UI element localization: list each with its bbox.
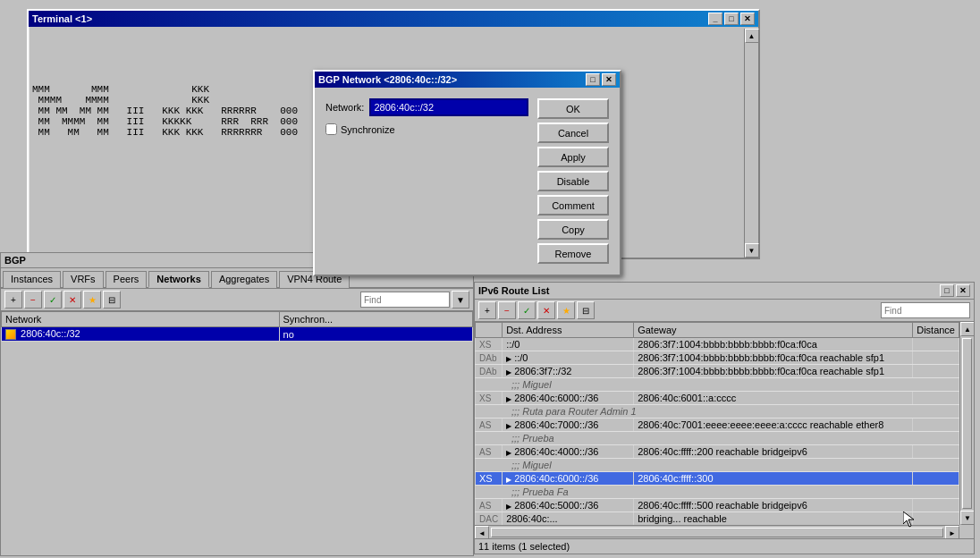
- distance-cell: [913, 418, 959, 432]
- tab-aggregates[interactable]: Aggregates: [211, 271, 277, 288]
- find-dropdown-button[interactable]: ▼: [452, 291, 469, 309]
- network-field-row: Network:: [325, 98, 528, 116]
- col-type[interactable]: [476, 323, 503, 338]
- horizontal-scrollbar[interactable]: ◄ ►: [475, 525, 959, 539]
- ipv6-table-row[interactable]: DAC2806:40c:...bridging... reachable: [476, 512, 959, 526]
- scroll-thumb[interactable]: [962, 338, 972, 509]
- terminal-close-button[interactable]: ✕: [740, 13, 755, 25]
- comment-cell: ;;; Prueba: [476, 432, 959, 445]
- network-input[interactable]: [369, 98, 528, 116]
- type-cell: AS: [476, 445, 503, 459]
- scroll-down-arrow[interactable]: ▼: [745, 243, 759, 258]
- tab-peers[interactable]: Peers: [106, 271, 148, 288]
- ipv6-check-button[interactable]: ✓: [518, 301, 536, 319]
- ipv6-table-row[interactable]: ;;; Ruta para Router Admin 1: [476, 405, 959, 418]
- vertical-scrollbar[interactable]: ▲ ▼: [959, 322, 974, 525]
- ipv6-maximize-button[interactable]: □: [940, 284, 954, 297]
- tab-networks[interactable]: Networks: [148, 271, 209, 288]
- ipv6-table-row[interactable]: DAb▶ 2806:3f7::/322806:3f7:1004:bbbb:bbb…: [476, 365, 959, 378]
- dialog-body: Network: Synchronize OK Cancel Apply Dis…: [315, 88, 620, 275]
- ipv6-table-row[interactable]: AS▶ 2806:40c:4000::/362806:40c:ffff::200…: [476, 445, 959, 459]
- ipv6-table-row[interactable]: AS▶ 2806:40c:7000::/362806:40c:7001:eeee…: [476, 418, 959, 432]
- scroll-right[interactable]: ►: [945, 526, 959, 539]
- ipv6-toolbar: + − ✓ ✕ ★ ⊟: [475, 300, 974, 322]
- remove-button[interactable]: Remove: [537, 243, 609, 264]
- synchronize-row: Synchronize: [325, 123, 528, 135]
- dialog-maximize-button[interactable]: □: [586, 73, 600, 86]
- disable-button[interactable]: Disable: [537, 171, 609, 191]
- bgp-network-dialog: BGP Network <2806:40c::/32> □ ✕ Network:…: [313, 70, 621, 276]
- comment-cell: ;;; Miguel: [476, 378, 959, 392]
- ipv6-remove-button[interactable]: −: [498, 301, 516, 319]
- dialog-titlebar: BGP Network <2806:40c::/32> □ ✕: [315, 72, 620, 88]
- gateway-cell: 2806:40c:6001::a:cccc: [634, 392, 913, 405]
- ipv6-table-row[interactable]: ;;; Prueba Fa: [476, 486, 959, 499]
- ipv6-table-container[interactable]: Dst. Address Gateway Distance XS::/02806…: [475, 322, 959, 525]
- apply-button[interactable]: Apply: [537, 147, 609, 167]
- synchronize-label: Synchronize: [341, 124, 395, 135]
- ipv6-table-wrapper[interactable]: Dst. Address Gateway Distance XS::/02806…: [475, 322, 974, 539]
- comment-cell: ;;; Ruta para Router Admin 1: [476, 405, 959, 418]
- ipv6-table-row[interactable]: ;;; Miguel: [476, 459, 959, 472]
- terminal-maximize-button[interactable]: □: [724, 13, 739, 25]
- find-input[interactable]: [360, 292, 450, 308]
- tab-instances[interactable]: Instances: [3, 271, 61, 288]
- ok-button[interactable]: OK: [537, 98, 609, 119]
- ipv6-table-row[interactable]: XS▶ 2806:40c:6000::/362806:40c:ffff::300: [476, 472, 959, 486]
- h-scroll-thumb[interactable]: [491, 528, 943, 537]
- col-synchron[interactable]: Synchron...: [279, 312, 472, 327]
- ipv6-find-input[interactable]: [881, 302, 970, 318]
- ipv6-table-row[interactable]: XS▶ 2806:40c:6000::/362806:40c:6001::a:c…: [476, 392, 959, 405]
- add-button[interactable]: +: [4, 291, 22, 309]
- filter-button[interactable]: ⊟: [103, 291, 121, 309]
- ipv6-close-button[interactable]: ✕: [956, 284, 970, 297]
- ipv6-table-row[interactable]: XS::/02806:3f7:1004:bbbb:bbbb:bbbb:f0ca:…: [476, 338, 959, 351]
- type-cell: XS: [476, 472, 503, 486]
- col-distance[interactable]: Distance: [913, 323, 959, 338]
- dialog-title: BGP Network <2806:40c::/32>: [318, 74, 457, 85]
- star-button[interactable]: ★: [83, 291, 101, 309]
- ipv6-add-button[interactable]: +: [478, 301, 496, 319]
- copy-button[interactable]: Copy: [537, 219, 609, 240]
- cross-button[interactable]: ✕: [63, 291, 81, 309]
- col-network[interactable]: Network: [2, 312, 280, 327]
- type-cell: DAb: [476, 365, 503, 378]
- dst-cell: ▶ ::/0: [503, 351, 634, 365]
- distance-cell: [913, 472, 959, 486]
- synchronize-checkbox[interactable]: [325, 123, 337, 135]
- bgp-toolbar: + − ✓ ✕ ★ ⊟ ▼: [1, 289, 473, 311]
- dialog-close-button[interactable]: ✕: [602, 73, 616, 86]
- ipv6-table: Dst. Address Gateway Distance XS::/02806…: [475, 322, 959, 525]
- ipv6-star-button[interactable]: ★: [557, 301, 575, 319]
- scroll-up-arrow[interactable]: ▲: [745, 29, 759, 43]
- ipv6-table-row[interactable]: ;;; Miguel: [476, 378, 959, 392]
- ipv6-table-row[interactable]: AS▶ 2806:40c:5000::/362806:40c:ffff::500…: [476, 499, 959, 512]
- ipv6-table-row[interactable]: ;;; Prueba: [476, 432, 959, 445]
- type-cell: AS: [476, 418, 503, 432]
- terminal-scrollbar[interactable]: ▲ ▼: [744, 29, 758, 258]
- remove-button[interactable]: −: [24, 291, 42, 309]
- dst-cell: ▶ 2806:40c:6000::/36: [503, 472, 634, 486]
- col-gateway[interactable]: Gateway: [634, 323, 913, 338]
- dst-cell: ▶ 2806:40c:7000::/36: [503, 418, 634, 432]
- dialog-form: Network: Synchronize: [325, 98, 528, 264]
- check-button[interactable]: ✓: [44, 291, 62, 309]
- comment-button[interactable]: Comment: [537, 195, 609, 216]
- gateway-cell: 2806:40c:ffff::500 reachable bridgeipv6: [634, 499, 913, 512]
- dst-cell: 2806:40c:...: [503, 512, 634, 526]
- col-dst-address[interactable]: Dst. Address: [503, 323, 634, 338]
- tab-vrfs[interactable]: VRFs: [63, 271, 104, 288]
- distance-cell: [913, 512, 959, 526]
- table-row[interactable]: 2806:40c::/32 no: [2, 327, 473, 342]
- scroll-down[interactable]: ▼: [960, 511, 974, 525]
- ipv6-filter-button[interactable]: ⊟: [577, 301, 595, 319]
- terminal-minimize-button[interactable]: _: [708, 13, 722, 25]
- gateway-cell: 2806:3f7:1004:bbbb:bbbb:bbbb:f0ca:f0ca: [634, 338, 913, 351]
- bgp-table-container[interactable]: Network Synchron... 2806:40c::/32 no: [1, 311, 473, 533]
- type-cell: DAb: [476, 351, 503, 365]
- ipv6-cross-button[interactable]: ✕: [537, 301, 555, 319]
- scroll-up[interactable]: ▲: [960, 322, 974, 336]
- cancel-button[interactable]: Cancel: [537, 123, 609, 143]
- scroll-left[interactable]: ◄: [475, 526, 489, 539]
- ipv6-table-row[interactable]: DAb▶ ::/02806:3f7:1004:bbbb:bbbb:bbbb:f0…: [476, 351, 959, 365]
